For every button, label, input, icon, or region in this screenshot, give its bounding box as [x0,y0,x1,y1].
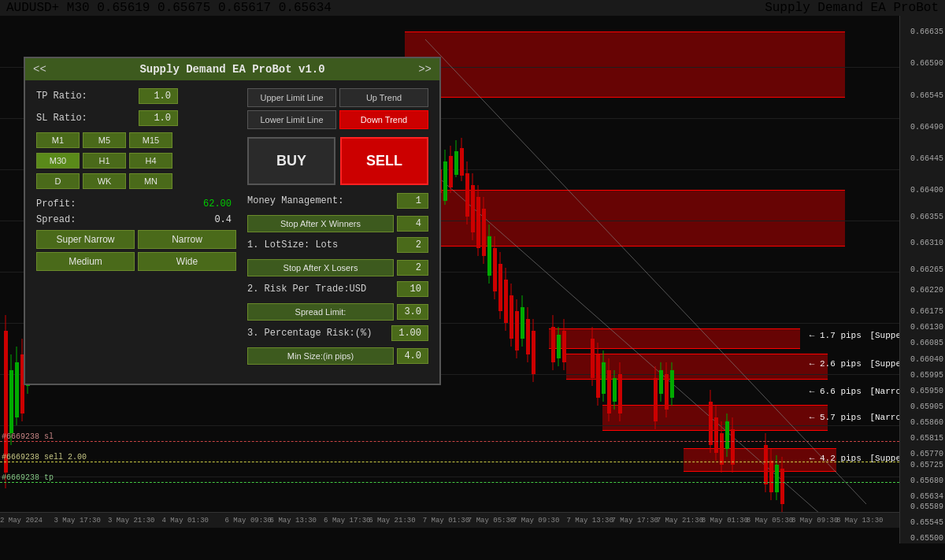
tf-m15[interactable]: M15 [129,132,172,148]
tp-ratio-label: TP Ratio: [36,91,139,102]
price-16: 0.65950 [910,386,943,395]
profit-value: 62.00 [203,198,236,210]
spread-value: 0.4 [214,214,236,225]
time-label-6: 6 May 13:30 [270,517,317,525]
tp-label: #6669238 tp [2,473,54,482]
sl-line [0,441,899,442]
panel: << Supply Demand EA ProBot v1.0 >> TP Ra… [24,57,441,385]
tf-m5[interactable]: M5 [83,132,126,148]
tf-row-3: D WK MN [36,173,236,189]
upper-limit-button[interactable]: Upper Limit Line [247,88,336,107]
time-label-2: 3 May 17:30 [54,517,101,525]
stop-winners-button[interactable]: Stop After X Winners [247,215,394,232]
money-mgmt-row: Money Management: 1 [247,193,428,209]
min-size-value[interactable]: 4.0 [397,348,428,364]
buy-button[interactable]: BUY [247,137,335,185]
money-mgmt-label: Money Management: [247,195,394,206]
spread-label: Spread: [36,214,99,225]
tp-ratio-value[interactable]: 1.0 [139,88,178,104]
sl-label: #6669238 sl [2,432,54,441]
price-17: 0.65905 [910,402,943,410]
time-label-14: 7 May 21:30 [657,517,703,525]
time-label-10: 7 May 05:30 [468,517,514,525]
tf-m1[interactable]: M1 [36,132,80,148]
tf-wk[interactable]: WK [83,173,126,189]
time-label-3: 3 May 21:30 [108,517,154,525]
time-label-8: 6 May 21:30 [369,517,415,525]
sl-ratio-label: SL Ratio: [36,113,139,124]
price-1: 0.66635 [910,28,943,36]
price-18: 0.65860 [910,417,943,426]
profit-row: Profit: 62.00 [36,198,236,210]
price-24: 0.65589 [910,503,943,511]
tf-h4[interactable]: H4 [129,153,172,169]
sell-line [0,462,899,462]
price-15: 0.65995 [910,370,943,379]
pct-risk-row: 3. Percentage Risk:(%) 1.00 [247,325,428,341]
price-9: 0.66265 [910,265,943,273]
stop-winners-value[interactable]: 4 [397,216,428,232]
price-2: 0.66590 [910,59,943,68]
price-7: 0.66355 [910,212,943,221]
price-12: 0.66130 [910,323,943,332]
down-trend-button[interactable]: Down Trend [339,110,428,129]
money-mgmt-value[interactable]: 1 [397,193,428,209]
price-6: 0.66400 [910,186,943,195]
time-label-12: 7 May 13:30 [566,517,613,525]
sell-button[interactable]: SELL [340,137,428,185]
tf-row-2: M30 H1 H4 [36,153,236,169]
price-23: 0.65634 [910,491,943,500]
price-25: 0.65545 [910,518,943,527]
lower-limit-button[interactable]: Lower Limit Line [247,110,336,129]
indicator-name: Supply Demand EA ProBot [765,1,939,15]
medium-button[interactable]: Medium [36,252,135,271]
spread-limit-button[interactable]: Spread Limit: [247,303,394,321]
wide-button[interactable]: Wide [138,252,236,271]
price-14: 0.66040 [910,354,943,363]
price-4: 0.66490 [910,122,943,131]
spread-row: Spread: 0.4 [36,214,236,225]
tf-h1[interactable]: H1 [83,153,126,169]
time-label-5: 6 May 09:30 [225,517,272,525]
sl-ratio-value[interactable]: 1.0 [139,110,178,126]
time-label-17: 8 May 09:30 [791,517,838,525]
panel-nav-right[interactable]: >> [418,63,432,76]
panel-title: Supply Demand EA ProBot v1.0 [46,63,418,76]
pct-risk-value[interactable]: 1.00 [391,325,428,341]
stop-losers-value[interactable]: 2 [397,260,428,276]
price-20: 0.65770 [910,450,943,458]
price-8: 0.66310 [910,239,943,247]
spread-limit-value[interactable]: 3.0 [397,304,428,320]
price-26: 0.65500 [910,534,943,543]
super-narrow-button[interactable]: Super Narrow [36,230,135,249]
lot-size-value[interactable]: 2 [397,237,428,253]
tf-mn[interactable]: MN [129,173,172,189]
tp-ratio-row: TP Ratio: 1.0 [36,88,236,104]
time-label-18: 8 May 13:30 [836,517,883,525]
time-label-9: 7 May 01:30 [423,517,469,525]
risk-trade-value[interactable]: 10 [397,281,428,297]
top-bar: AUDUSD+ M30 0.65619 0.65675 0.65617 0.65… [0,0,945,16]
pct-risk-label: 3. Percentage Risk:(%) [247,328,388,339]
time-label-11: 7 May 09:30 [513,517,559,525]
profit-label: Profit: [36,198,99,210]
time-label-7: 6 May 17:30 [324,517,370,525]
price-13: 0.66085 [910,339,943,347]
time-label-1: 2 May 2024 [0,517,43,525]
tf-row-1: M1 M5 M15 [36,132,236,148]
tf-d[interactable]: D [36,173,80,189]
time-label-15: 8 May 01:30 [702,517,748,525]
tp-line [0,482,899,483]
price-5: 0.66445 [910,154,943,162]
up-trend-button[interactable]: Up Trend [339,88,428,107]
panel-nav-left[interactable]: << [33,63,46,76]
lot-size-row: 1. LotSize: Lots 2 [247,237,428,253]
min-size-button[interactable]: Min Size:(in pips) [247,347,394,365]
narrow-button[interactable]: Narrow [138,230,236,249]
price-11: 0.66175 [910,307,943,316]
tf-m30[interactable]: M30 [36,153,80,169]
price-3: 0.66545 [910,91,943,99]
stop-losers-button[interactable]: Stop After X Losers [247,259,394,276]
price-axis: 0.66635 0.66590 0.66545 0.66490 0.66445 … [899,16,945,543]
time-label-13: 7 May 17:30 [612,517,658,525]
